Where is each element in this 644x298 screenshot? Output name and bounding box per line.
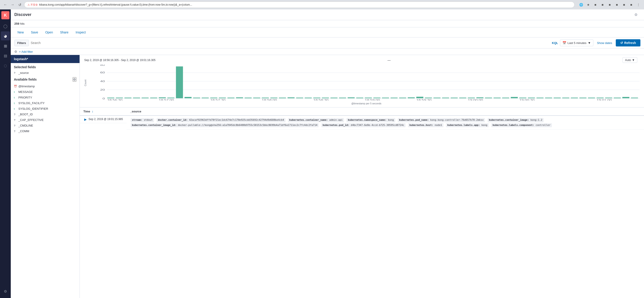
header-right: ⚙	[632, 10, 640, 20]
nav-clock-icon[interactable]: ◯	[1, 22, 10, 31]
auto-select[interactable]: Auto ▼	[622, 57, 637, 63]
available-fields-header: Available fields ⚙	[11, 75, 80, 83]
field-item-timestamp[interactable]: ⏰ @timestamp	[11, 83, 80, 89]
ext2-icon[interactable]: ■	[600, 2, 606, 8]
svg-rect-39	[365, 98, 372, 98]
results-area[interactable]: Time ↕ _source ▶ Sep 2, 2019 @ 19:01:15.	[80, 107, 644, 298]
security-warning: ⚠ 不安全	[28, 3, 38, 7]
app-layout: K ◯ ◕ ▦ ▤ ◌ ⚙ Discover ⚙ 259 hits New Sa…	[0, 10, 644, 298]
calendar-icon: 📅	[562, 41, 566, 45]
svg-rect-9	[107, 98, 114, 98]
svg-text:80: 80	[100, 65, 105, 66]
field-item-comm[interactable]: ? _COMM	[11, 128, 80, 134]
svg-rect-14	[150, 98, 157, 98]
source-column-header: _source	[126, 107, 644, 115]
settings-icon[interactable]: ⚙	[14, 50, 17, 53]
svg-rect-37	[348, 97, 354, 98]
field-item-boot-id[interactable]: ? _BOOT_ID	[11, 111, 80, 117]
svg-text:20: 20	[100, 88, 105, 91]
time-picker[interactable]: 📅 Last 5 minutes ▼	[560, 40, 593, 46]
nav-chart-icon[interactable]: ▦	[1, 41, 10, 50]
svg-rect-46	[425, 98, 432, 98]
svg-rect-45	[416, 97, 423, 98]
field-item-message[interactable]: t MESSAGE	[11, 89, 80, 95]
svg-rect-65	[588, 98, 595, 98]
search-input[interactable]	[31, 40, 550, 46]
source-tag-k8s-container-name: kubernetes.container_name: admin-api	[288, 118, 344, 122]
header-settings-icon[interactable]: ⚙	[632, 10, 640, 19]
svg-text:0: 0	[103, 97, 105, 100]
svg-rect-57	[520, 98, 526, 98]
svg-text:19:00:30: 19:00:30	[520, 99, 535, 100]
nav-settings-icon[interactable]: ⚙	[1, 287, 10, 296]
field-item-priority[interactable]: t PRIORITY	[11, 95, 80, 100]
ext3-icon[interactable]: ■	[607, 2, 613, 8]
nav-dev-icon[interactable]: ◌	[1, 61, 10, 70]
svg-rect-42	[390, 98, 398, 98]
share-button[interactable]: Share	[57, 29, 72, 36]
translate-icon[interactable]: 🌐	[578, 2, 584, 8]
kql-badge[interactable]: KQL	[552, 41, 558, 45]
svg-rect-38	[356, 98, 363, 98]
filters-button[interactable]: Filters	[14, 40, 29, 46]
auto-chevron-icon: ▼	[632, 58, 635, 62]
forward-button[interactable]: →	[10, 2, 15, 8]
svg-rect-43	[399, 98, 406, 98]
ext5-icon[interactable]: ■	[621, 2, 627, 8]
source-tag-k8s-namespace: kubernetes.namespace_name: kong	[346, 118, 395, 122]
browser-menu-icon[interactable]: ⋮	[636, 2, 641, 8]
svg-text:18:58:30: 18:58:30	[313, 99, 328, 100]
svg-rect-49	[450, 98, 458, 98]
svg-text:60: 60	[100, 71, 105, 74]
svg-rect-60	[545, 98, 552, 98]
nav-grid-icon[interactable]: ▤	[1, 51, 10, 60]
ext1-icon[interactable]: ■	[592, 2, 598, 8]
chevron-down-icon: ▼	[588, 41, 591, 45]
svg-rect-26	[253, 98, 260, 98]
available-fields-settings-icon[interactable]: ⚙	[72, 77, 76, 82]
svg-rect-16	[168, 98, 174, 98]
table-body: ▶ Sep 2, 2019 @ 19:01:15.985 stream: std…	[80, 115, 644, 130]
svg-rect-68	[614, 98, 621, 98]
star-icon[interactable]: ★	[585, 2, 591, 8]
field-item-cmdline[interactable]: ? _CMDLINE	[11, 123, 80, 128]
address-bar[interactable]: ⚠ 不安全 kibana.kong.com/app/kibana#/discov…	[24, 2, 574, 8]
hits-count: 259	[14, 22, 19, 25]
svg-rect-62	[562, 98, 569, 98]
field-item-syslog-facility[interactable]: t SYSLOG_FACILITY	[11, 100, 80, 106]
app-header: Discover ⚙	[11, 10, 644, 20]
expand-row-button[interactable]: ▶	[83, 118, 88, 121]
reload-button[interactable]: ↺	[17, 2, 22, 8]
refresh-button[interactable]: ↺ Refresh	[616, 39, 640, 46]
field-item-syslog-identifier[interactable]: t SYSLOG_IDENTIFIER	[11, 106, 80, 111]
svg-rect-28	[270, 98, 278, 98]
ext6-icon[interactable]: ■	[628, 2, 634, 8]
back-button[interactable]: ←	[3, 2, 8, 8]
svg-rect-54	[494, 98, 500, 98]
svg-rect-18	[184, 97, 191, 98]
svg-text:18:57:30: 18:57:30	[210, 99, 226, 100]
table-row: ▶ Sep 2, 2019 @ 19:01:15.985 stream: std…	[80, 115, 644, 130]
open-button[interactable]: Open	[42, 29, 56, 36]
field-item-cap-effective[interactable]: ? _CAP_EFFECTIVE	[11, 117, 80, 123]
sort-icon[interactable]: ↕	[92, 110, 94, 113]
chart-time-range: Sep 2, 2019 @ 18:56:16.305 - Sep 2, 2019…	[84, 59, 156, 62]
svg-rect-50	[459, 98, 466, 98]
ext4-icon[interactable]: ■	[614, 2, 620, 8]
save-button[interactable]: Save	[28, 29, 41, 36]
add-filter-link[interactable]: + Add filter	[19, 50, 33, 53]
inspect-button[interactable]: Inspect	[72, 29, 89, 36]
field-type-icon-source: ?	[14, 72, 17, 74]
row-source-cell: stream: stdout docker.container_id: 42ac…	[126, 115, 644, 130]
nav-compass-icon[interactable]: ◕	[1, 31, 10, 40]
field-name-boot-id: _BOOT_ID	[18, 113, 33, 116]
hits-bar: 259 hits	[11, 20, 644, 27]
svg-rect-31	[296, 98, 303, 98]
svg-rect-67	[605, 98, 612, 98]
show-dates-button[interactable]: Show dates	[595, 40, 614, 46]
left-panel: logstash* Selected fields ? _source Avai…	[11, 55, 80, 298]
source-tag-k8s-pod-id: kubernetes.pod_id: d4bc7347-6e8e-4ccd-b7…	[321, 123, 406, 127]
results-table: Time ↕ _source ▶ Sep 2, 2019 @ 19:01:15.	[80, 107, 644, 130]
svg-text:18:57:00: 18:57:00	[159, 99, 174, 100]
new-button[interactable]: New	[14, 29, 27, 36]
